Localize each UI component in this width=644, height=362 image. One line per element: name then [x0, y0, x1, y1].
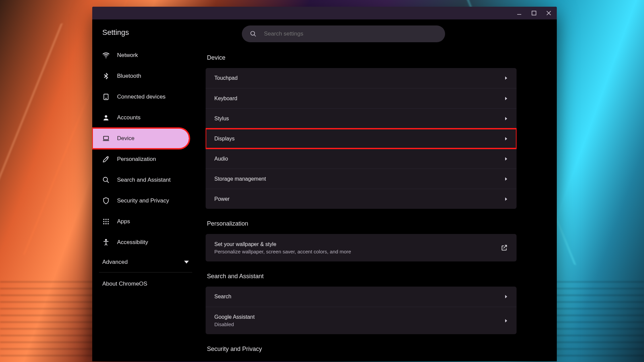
section-title: Search and Assistant — [207, 273, 517, 280]
svg-point-5 — [103, 177, 108, 182]
svg-point-10 — [105, 221, 107, 222]
window-minimize-button[interactable] — [515, 9, 523, 17]
settings-row-displays[interactable]: Displays — [206, 128, 517, 148]
sidebar-item-connected[interactable]: Connected devices — [92, 86, 199, 107]
section-title: Personalization — [207, 220, 517, 227]
sidebar-item-accessibility[interactable]: Accessibility — [92, 232, 199, 253]
sidebar-item-device[interactable]: Device — [92, 128, 189, 149]
svg-point-8 — [108, 219, 109, 220]
accessibility-icon — [102, 239, 110, 246]
brush-icon — [102, 156, 110, 163]
sidebar-item-label: Connected devices — [117, 94, 166, 100]
svg-point-6 — [103, 219, 105, 220]
search-icon — [102, 176, 110, 184]
svg-point-13 — [105, 223, 107, 225]
app-title: Settings — [92, 26, 199, 45]
sidebar-item-label: Accounts — [117, 114, 141, 121]
bluetooth-icon — [102, 72, 110, 80]
open-external-icon — [500, 244, 508, 251]
settings-row-google-assistant[interactable]: Google AssistantDisabled — [206, 307, 517, 334]
sidebar-item-label: Device — [117, 135, 135, 142]
sidebar-item-label: Search and Assistant — [117, 177, 171, 183]
device-icon — [102, 93, 110, 101]
shield-icon — [102, 197, 110, 204]
search-icon — [250, 31, 257, 37]
row-sublabel: Disabled — [214, 321, 255, 327]
sidebar-divider — [99, 272, 192, 273]
sidebar-item-search[interactable]: Search and Assistant — [92, 170, 199, 190]
svg-rect-0 — [532, 11, 536, 15]
person-icon — [102, 114, 110, 121]
sidebar-advanced-toggle[interactable]: Advanced — [92, 253, 199, 271]
chevron-right-icon — [504, 76, 508, 80]
row-label: Displays — [214, 136, 234, 142]
svg-point-3 — [105, 115, 107, 118]
window-maximize-button[interactable] — [530, 9, 538, 17]
settings-row-power[interactable]: Power — [206, 189, 517, 209]
row-label: Set your wallpaper & style — [214, 241, 351, 247]
svg-point-12 — [103, 223, 105, 225]
row-label: Google Assistant — [214, 314, 255, 320]
sidebar-item-bluetooth[interactable]: Bluetooth — [92, 66, 199, 86]
chevron-right-icon — [504, 295, 508, 298]
row-label: Audio — [214, 156, 228, 162]
svg-point-2 — [106, 98, 106, 99]
sidebar-item-label: Bluetooth — [117, 73, 141, 79]
row-label: Keyboard — [214, 96, 237, 102]
sidebar-item-label: Apps — [117, 218, 130, 225]
svg-point-9 — [103, 221, 105, 222]
settings-window: Settings NetworkBluetoothConnected devic… — [92, 7, 557, 361]
search-input[interactable] — [264, 31, 437, 37]
settings-row-set-your-wallpaper-style[interactable]: Set your wallpaper & stylePersonalize wa… — [206, 234, 517, 261]
minimize-icon — [517, 10, 522, 16]
chevron-right-icon — [504, 319, 508, 322]
close-icon — [546, 10, 551, 16]
settings-card: TouchpadKeyboardStylusDisplaysAudioStora… — [206, 68, 517, 209]
section-title: Security and Privacy — [207, 346, 517, 353]
apps-icon — [102, 218, 110, 225]
settings-row-keyboard[interactable]: Keyboard — [206, 88, 517, 108]
svg-rect-4 — [104, 136, 109, 140]
svg-point-11 — [108, 221, 109, 222]
wifi-icon — [102, 52, 110, 59]
settings-row-touchpad[interactable]: Touchpad — [206, 68, 517, 88]
row-label: Storage management — [214, 176, 266, 182]
sidebar-item-label: Personalization — [117, 156, 156, 163]
row-label: Search — [214, 294, 231, 300]
sidebar-about[interactable]: About ChromeOS — [92, 275, 199, 293]
chevron-right-icon — [504, 157, 508, 161]
svg-point-15 — [105, 239, 107, 241]
svg-point-16 — [251, 32, 255, 36]
sidebar-advanced-label: Advanced — [102, 259, 128, 265]
chevron-right-icon — [504, 197, 508, 201]
chevron-right-icon — [504, 97, 508, 100]
chevron-right-icon — [504, 137, 508, 140]
chevron-right-icon — [504, 117, 508, 120]
search-bar[interactable] — [242, 25, 445, 42]
settings-card: Set your wallpaper & stylePersonalize wa… — [206, 234, 517, 261]
window-close-button[interactable] — [545, 9, 553, 17]
settings-row-stylus[interactable]: Stylus — [206, 108, 517, 128]
sidebar: Settings NetworkBluetoothConnected devic… — [92, 19, 199, 361]
row-label: Touchpad — [214, 75, 237, 81]
window-titlebar — [92, 7, 557, 19]
maximize-icon — [531, 10, 537, 16]
sidebar-item-label: Accessibility — [117, 239, 148, 246]
sidebar-item-personalization[interactable]: Personalization — [92, 149, 199, 170]
sidebar-item-label: Security and Privacy — [117, 197, 169, 204]
sidebar-item-accounts[interactable]: Accounts — [92, 107, 199, 128]
chevron-right-icon — [504, 177, 508, 181]
settings-row-search[interactable]: Search — [206, 287, 517, 307]
svg-point-7 — [105, 219, 107, 220]
main-panel: DeviceTouchpadKeyboardStylusDisplaysAudi… — [199, 19, 557, 361]
row-sublabel: Personalize wallpaper, screen saver, acc… — [214, 249, 351, 254]
sidebar-item-network[interactable]: Network — [92, 45, 199, 66]
laptop-icon — [102, 135, 110, 142]
settings-row-audio[interactable]: Audio — [206, 148, 517, 169]
sidebar-item-security[interactable]: Security and Privacy — [92, 190, 199, 211]
sidebar-item-apps[interactable]: Apps — [92, 211, 199, 232]
row-label: Stylus — [214, 116, 229, 122]
settings-card: SearchGoogle AssistantDisabled — [206, 287, 517, 334]
settings-row-storage-management[interactable]: Storage management — [206, 169, 517, 189]
section-title: Device — [207, 54, 517, 61]
